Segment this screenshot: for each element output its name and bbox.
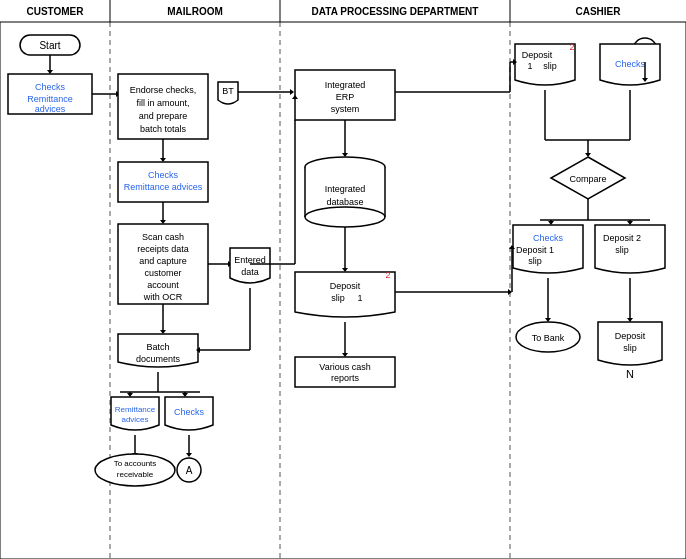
- advices-label: advices: [35, 104, 66, 114]
- flowchart-diagram: CUSTOMER MAILROOM DATA PROCESSING DEPART…: [0, 0, 686, 559]
- erp-line1: Integrated: [325, 80, 366, 90]
- to-bank-label: To Bank: [532, 333, 565, 343]
- deposit-slip-dp-1: 1: [357, 293, 362, 303]
- deposit-cashier-slip: slip: [543, 61, 557, 71]
- checks-out-label: Checks: [174, 407, 205, 417]
- deposit-slip1-cashier-label: Deposit 1: [516, 245, 554, 255]
- scan-line4: customer: [144, 268, 181, 278]
- mailroom-lane-header: MAILROOM: [167, 6, 223, 17]
- erp-line3: system: [331, 104, 360, 114]
- various-label2: reports: [331, 373, 360, 383]
- checks-remittance-label: Checks: [35, 82, 66, 92]
- endorse-line4: batch totals: [140, 124, 187, 134]
- deposit-slip-dp-num: 2: [385, 270, 390, 280]
- compare-label: Compare: [569, 174, 606, 184]
- deposit-cashier-line1: Deposit: [522, 50, 553, 60]
- checks-cashier2-label: Checks: [533, 233, 564, 243]
- deposit-slip2-label1: Deposit 2: [603, 233, 641, 243]
- erp-line2: ERP: [336, 92, 355, 102]
- deposit-cashier-1: 1: [527, 61, 532, 71]
- bt-label: BT: [222, 86, 234, 96]
- scan-line6: with OCR: [143, 292, 183, 302]
- to-accounts-label2: receivable: [117, 470, 154, 479]
- checks-cashier-top-label: Checks: [615, 59, 646, 69]
- various-label1: Various cash: [319, 362, 370, 372]
- deposit-slip-n-label1: Deposit: [615, 331, 646, 341]
- scan-line1: Scan cash: [142, 232, 184, 242]
- deposit-slip2-label2: slip: [615, 245, 629, 255]
- data-processing-lane-header: DATA PROCESSING DEPARTMENT: [312, 6, 479, 17]
- deposit-cashier-2: 2: [569, 42, 574, 52]
- remittance-label: Remittance: [27, 94, 73, 104]
- endorse-line3: and prepare: [139, 111, 188, 121]
- deposit-slip-dp-label2: slip: [331, 293, 345, 303]
- n-label: N: [626, 368, 634, 380]
- to-accounts-label1: To accounts: [114, 459, 157, 468]
- scan-line2: receipts data: [137, 244, 189, 254]
- remittance-mailroom-label: Remittance advices: [124, 182, 203, 192]
- deposit-slip-dp-label1: Deposit: [330, 281, 361, 291]
- scan-line3: and capture: [139, 256, 187, 266]
- remittance-out-label1: Remittance: [115, 405, 156, 414]
- svg-point-53: [305, 207, 385, 227]
- batch-docs-label1: Batch: [146, 342, 169, 352]
- svg-marker-44: [186, 453, 192, 457]
- cashier-lane-header: CASHIER: [575, 6, 621, 17]
- endorse-line1: Endorse checks,: [130, 85, 197, 95]
- scan-line5: account: [147, 280, 179, 290]
- circle-a-mailroom-label: A: [186, 465, 193, 476]
- svg-marker-20: [290, 89, 294, 95]
- endorse-line2: fill in amount,: [136, 98, 189, 108]
- slip1-cashier-label: slip: [528, 256, 542, 266]
- batch-docs-label2: documents: [136, 354, 181, 364]
- entered-data-label2: data: [241, 267, 259, 277]
- checks-mailroom-label: Checks: [148, 170, 179, 180]
- db-line2: database: [326, 197, 363, 207]
- remittance-out-label2: advices: [121, 415, 148, 424]
- db-line1: Integrated: [325, 184, 366, 194]
- deposit-slip-n-label2: slip: [623, 343, 637, 353]
- customer-lane-header: CUSTOMER: [26, 6, 84, 17]
- start-label: Start: [39, 40, 60, 51]
